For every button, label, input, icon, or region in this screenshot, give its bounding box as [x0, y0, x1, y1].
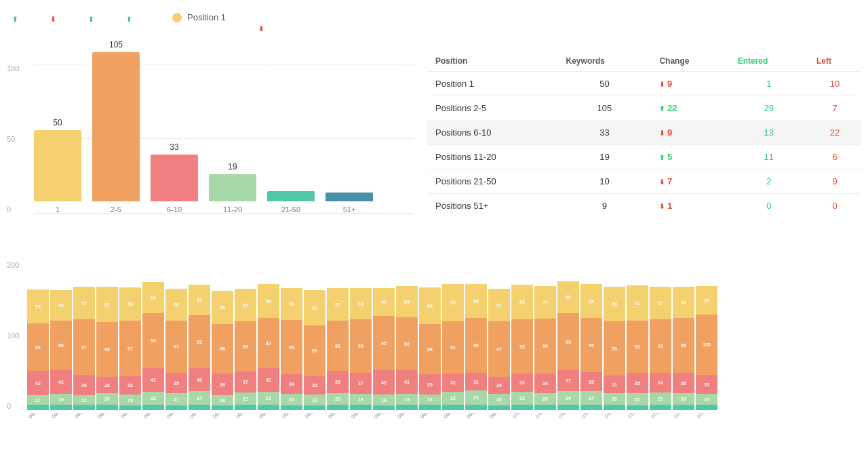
stacked-bar: 20299757 [488, 289, 510, 410]
stacked-x-label: 06/23/2024 [327, 413, 349, 420]
stacked-segment-pos2150 [580, 405, 602, 410]
stacked-bar: 19379354 [350, 288, 372, 410]
stacked-chart-inner: 1742835919418653173697572028966219329758… [27, 261, 861, 422]
stacked-segment-pos25: 93 [350, 319, 372, 373]
bar-chart-bars: 5011052-5336-101911-2021-5051+ [34, 64, 414, 214]
stacked-segment-pos1: 59 [580, 284, 602, 318]
table-row: Positions 2-5 105 ⬆ 22 29 7 [427, 96, 861, 121]
stacked-segment-pos2150 [627, 405, 648, 410]
stacked-bar: 20398857 [327, 288, 349, 410]
table-body: Position 1 50 ⬇ 9 1 10 Positions 2-5 105… [427, 72, 861, 218]
stacked-segment-pos1120: 19 [350, 394, 372, 405]
stacked-bar: 20319560 [604, 287, 625, 410]
td-left: 22 [808, 121, 861, 145]
td-position: Position 1 [427, 72, 558, 96]
stacked-segment-pos610: 34 [534, 374, 556, 393]
td-left: 0 [808, 194, 861, 218]
stacked-segment-pos2150 [27, 405, 49, 410]
stacked-x-label-wrap: 07/03/2024 [557, 413, 579, 422]
stacked-x-label-wrap: 06/19/2024 [235, 413, 256, 422]
stacked-x-label-wrap: 06/13/2024 [96, 413, 118, 422]
stacked-segment-pos25: 95 [511, 319, 533, 374]
td-position: Positions 2-5 [427, 96, 558, 121]
stacked-x-label: 07/09/2024 [696, 413, 717, 420]
stacked-x-label: 07/05/2024 [604, 413, 625, 420]
y-label-0: 0 [7, 205, 19, 214]
stacked-x-label-wrap: 06/28/2024 [442, 413, 464, 422]
stacked-segment-pos25: 92 [396, 317, 418, 370]
stacked-segment-pos610: 29 [488, 377, 510, 394]
stacked-segment-pos2150 [258, 405, 279, 410]
stacked-segment-pos25: 86 [212, 324, 233, 374]
stacked-x-label: 06/18/2024 [212, 413, 233, 420]
bar-value-label: 33 [151, 142, 198, 152]
stacked-x-label-wrap: 06/22/2024 [304, 413, 326, 422]
table-row: Positions 51+ 9 ⬇ 1 0 0 [427, 194, 861, 218]
stacked-x-label-wrap: 07/09/2024 [696, 413, 717, 422]
stacked-segment-pos2150 [511, 405, 533, 410]
stacked-segment-pos1: 56 [165, 289, 187, 321]
stacked-x-label: 07/01/2024 [511, 413, 533, 420]
stacked-segment-pos1: 60 [604, 287, 625, 321]
stacked-bar: 20349456 [281, 288, 302, 410]
position1-change: ⬇ [258, 23, 264, 33]
down-icon: ⬇ [50, 16, 56, 23]
legend-dot-position1 [172, 13, 182, 22]
stacked-segment-pos25: 96 [142, 313, 164, 368]
stacked-x-labels: 06/10/202406/11/202406/12/202406/13/2024… [27, 413, 861, 422]
td-entered: 0 [730, 194, 808, 218]
stacked-bar: 17369757 [73, 287, 95, 410]
stacked-segment-pos2150 [419, 405, 441, 410]
stacked-segment-pos1: 59 [258, 284, 279, 318]
stacked-segment-pos25: 83 [27, 323, 49, 371]
stacked-segment-pos610: 31 [465, 373, 487, 390]
stacked-segment-pos1: 59 [27, 289, 49, 323]
stacked-segment-pos1120: 20 [488, 394, 510, 405]
table-section: Position Keywords Change Entered Left Po… [427, 51, 861, 247]
stacked-segment-pos1: 53 [50, 290, 72, 321]
stacked-segment-pos2150 [73, 405, 95, 410]
stacked-ylabel-200: 200 [7, 261, 19, 269]
bar-x-label: 51+ [343, 205, 356, 214]
stacked-segment-pos2150 [465, 405, 487, 410]
td-keywords: 9 [558, 194, 652, 218]
stacked-bar: 21359156 [165, 289, 187, 410]
bar-chart-section: 0 50 100 5011052-5336-101911-2021-5051+ [7, 51, 414, 247]
bar-group: 336-10 [151, 155, 198, 214]
td-entered: 11 [730, 145, 808, 169]
stacked-segment-pos2150 [165, 405, 187, 410]
stacked-x-label-wrap: 07/08/2024 [673, 413, 694, 422]
y-label-50: 50 [7, 135, 19, 143]
bar: 50 [34, 130, 81, 201]
stacked-segment-pos610: 35 [419, 374, 441, 395]
stacked-x-label: 06/30/2024 [488, 413, 510, 420]
stacked-segment-pos2150 [119, 405, 141, 410]
stacked-segment-pos610: 32 [304, 376, 326, 395]
stacked-segment-pos1: 57 [534, 286, 556, 319]
stacked-segment-pos2150 [557, 405, 579, 410]
bar-group: 21-50 [267, 191, 315, 214]
stacked-segment-pos25: 105 [696, 315, 717, 375]
stacked-segment-pos2150 [534, 405, 556, 410]
stacked-bar: 24409253 [189, 285, 210, 410]
stacked-x-label-wrap: 06/26/2024 [396, 413, 418, 422]
legend-label-position1: Position 1 [187, 12, 226, 22]
stacked-segment-pos1: 57 [488, 289, 510, 321]
td-change: ⬇ 7 [651, 169, 729, 194]
stacked-segment-pos2150 [304, 405, 326, 410]
stacked-chart-section: 0 100 200 174283591941865317369757202896… [7, 261, 861, 422]
stacked-segment-pos610: 40 [189, 368, 210, 391]
stacked-segment-pos1120: 20 [534, 393, 556, 405]
stacked-segment-pos1: 58 [212, 291, 233, 324]
stacked-segment-pos1120: 19 [119, 395, 141, 405]
stacked-segment-pos1: 50 [696, 286, 717, 315]
stacked-bar: 23329165 [442, 284, 464, 410]
stacked-x-label: 06/26/2024 [396, 413, 418, 420]
stacked-segment-pos610: 34 [281, 374, 302, 394]
stacked-segment-pos25: 99 [557, 313, 579, 370]
stacked-bar: 18358864 [419, 287, 441, 410]
stacked-segment-pos610: 42 [373, 370, 395, 395]
stacked-segment-pos25: 91 [165, 321, 187, 373]
stacked-x-label-wrap: 06/17/2024 [189, 413, 210, 422]
stacked-segment-pos25: 88 [327, 321, 349, 371]
